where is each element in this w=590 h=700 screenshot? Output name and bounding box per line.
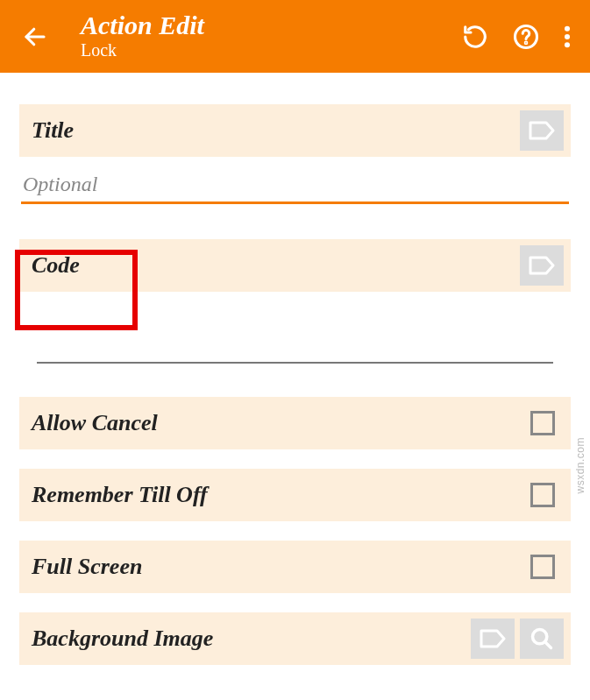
appbar-titles: Action Edit Lock [54,12,462,60]
more-vert-icon [564,25,571,49]
code-row[interactable]: Code [19,239,571,292]
appbar-actions [462,24,578,50]
search-icon [530,626,554,651]
more-button[interactable] [564,25,571,49]
fullscreen-label: Full Screen [32,554,530,580]
code-input-line[interactable] [37,334,553,364]
svg-point-4 [565,33,570,39]
svg-point-5 [565,42,570,47]
remember-label: Remember Till Off [32,482,530,508]
bgimage-label: Background Image [32,626,466,652]
code-label: Code [32,252,515,279]
help-button[interactable] [513,24,539,50]
bgimage-search-button[interactable] [520,619,564,659]
tag-icon [480,628,506,649]
remember-checkbox[interactable] [530,483,555,507]
undo-icon [462,24,488,50]
remember-row[interactable]: Remember Till Off [19,469,571,521]
allow-cancel-row[interactable]: Allow Cancel [19,397,571,449]
back-button[interactable] [16,24,54,50]
svg-point-2 [525,42,527,44]
bgimage-tag-button[interactable] [471,619,515,659]
title-input[interactable] [23,173,569,196]
help-icon [513,24,539,50]
undo-button[interactable] [462,24,488,50]
title-tag-button[interactable] [520,110,564,151]
fullscreen-row[interactable]: Full Screen [19,541,571,593]
tag-icon [529,120,555,141]
svg-line-7 [545,642,551,648]
content-area: Title Code Allow Cancel Remember Till Of… [0,104,590,665]
title-input-row[interactable] [21,173,569,204]
allow-cancel-checkbox[interactable] [530,411,555,435]
watermark: wsxdn.com [574,437,586,494]
code-tag-button[interactable] [520,245,564,286]
fullscreen-checkbox[interactable] [530,555,555,579]
svg-point-3 [565,25,570,31]
arrow-left-icon [22,24,48,50]
page-subtitle: Lock [81,40,462,60]
app-bar: Action Edit Lock [0,0,590,73]
bgimage-row[interactable]: Background Image [19,612,571,665]
title-row[interactable]: Title [19,104,571,157]
title-label: Title [32,117,515,144]
page-title: Action Edit [81,12,462,39]
allow-cancel-label: Allow Cancel [32,410,530,436]
tag-icon [529,255,555,276]
